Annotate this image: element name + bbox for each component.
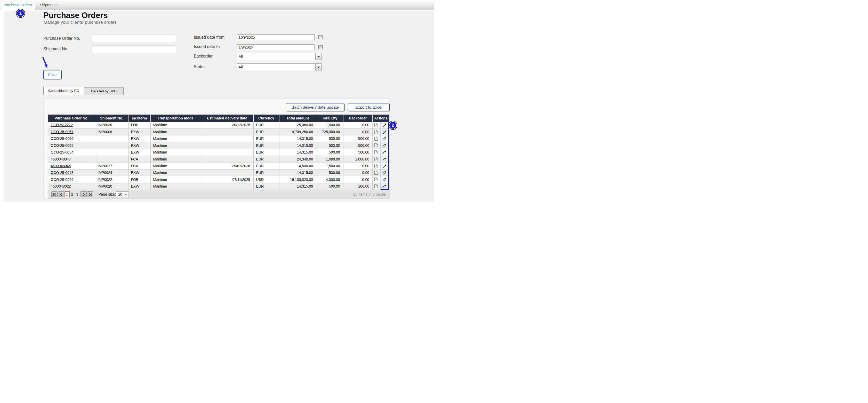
pager-first-button[interactable] [51,191,58,197]
column-header-7: Total amount [279,115,316,122]
cell-backorder: 0.00 [343,122,373,128]
page-size-label: Page size: [99,190,116,198]
tab-shipments[interactable]: Shipments [35,0,62,10]
cell-po-number: 4600048022 [48,183,95,190]
annotation-badge-2: 2 [389,121,397,129]
pdf-icon[interactable] [374,143,378,148]
app-tab-bar: Purchase Orders Shipments [0,0,434,10]
chevron-down-icon[interactable] [315,53,321,60]
cell-transportation-mode: Maritime [150,149,201,156]
pager-next-button[interactable] [81,191,87,197]
po-number-link[interactable]: 4600048045 [51,164,71,168]
po-number-link[interactable]: OCO-25-0054 [51,150,73,154]
column-header-9: Backorder [343,115,373,122]
page-size-select[interactable]: 10 [116,191,129,197]
batch-delivery-date-update-button[interactable]: Batch delivery date update [286,103,345,112]
cell-incoterm: EXW [128,183,150,190]
issued-date-from-input[interactable] [237,34,314,40]
tab-purchase-orders[interactable]: Purchase Orders [1,0,35,10]
cell-backorder: 0.00 [343,128,373,135]
backorder-select[interactable]: All [237,53,322,60]
cell-estimated-delivery-date [201,142,253,149]
pdf-icon[interactable] [374,123,378,127]
calendar-icon-to[interactable] [318,45,322,49]
cell-shipment-number: IMP0027 [95,162,128,169]
pdf-icon[interactable] [374,170,378,175]
po-number-link[interactable]: OCO-25-0048 [51,170,73,175]
calendar-icon-from[interactable] [318,35,322,39]
po-number-link[interactable]: 4600048047 [51,157,71,161]
cell-backorder: 0.00 [343,176,373,183]
cell-total-amount: 24,340.00 [279,156,316,162]
po-number-link[interactable]: OCO-25-0057 [51,130,73,134]
chevron-down-icon[interactable] [315,64,321,71]
pdf-icon[interactable] [374,184,378,189]
column-header-2: Shipment No. [95,115,128,122]
po-number-link[interactable]: OCO-W-2212 [51,123,73,127]
cell-total-qty: 500.00 [316,135,343,142]
view-tab-detailed[interactable]: Detailed by SKU [84,88,124,95]
cell-total-amount: 14,315.00 [279,169,316,176]
cell-currency: EUR [253,183,279,190]
pdf-icon[interactable] [374,136,378,141]
cell-currency: EUR [253,135,279,142]
cell-po-number: OCO-25-0054 [48,149,95,156]
cell-total-amount: 14,315.00 [279,183,316,190]
pdf-icon[interactable] [374,130,378,134]
table-row: 4600048045IMP0027FCAMaritime29/01/2026EU… [48,162,390,169]
cell-transportation-mode: Maritime [150,122,201,128]
pdf-icon[interactable] [374,164,378,168]
cell-incoterm: FCA [128,156,150,162]
cell-incoterm: EXW [128,149,150,156]
pager-last-button[interactable] [87,191,93,197]
cell-total-qty: 1,000.00 [316,156,343,162]
export-to-excel-button[interactable]: Export to Excel [348,103,390,112]
pager-summary: 25 items in 3 pages [353,190,386,198]
issued-date-to-label: Issued date to [194,44,220,49]
table-body: OCO-W-2212IMP0030FOBMaritime30/12/2025EU… [48,122,390,190]
po-number-link[interactable]: OCO-25-0046 [51,178,73,182]
cell-estimated-delivery-date [201,135,253,142]
pager-page-3[interactable]: 3 [76,191,79,197]
column-header-1: Purchase Order No. [48,115,95,122]
pdf-icon[interactable] [374,157,378,161]
issued-date-to-input[interactable] [237,44,314,50]
view-tab-consolidated[interactable]: Consolidated by PO [43,87,84,95]
cell-estimated-delivery-date [201,156,253,162]
cell-estimated-delivery-date [201,149,253,156]
cell-total-qty: 500.00 [316,142,343,149]
pdf-icon[interactable] [374,150,378,155]
annotation-arrow [39,54,52,72]
pager-bar: 1 2 3 Page size: 10 25 items in 3 pages [48,190,390,198]
cell-transportation-mode: Maritime [150,162,201,169]
cell-transportation-mode: Maritime [150,142,201,149]
po-number-link[interactable]: 4600048022 [51,184,71,188]
pager-prev-button[interactable] [58,191,64,197]
po-number-link[interactable]: OCO-25-0055 [51,144,73,148]
cell-total-amount: 4,500.00 [279,162,316,169]
status-select[interactable]: All [237,63,322,71]
cell-po-number: 4600048045 [48,162,95,169]
cell-total-amount: 14,315.00 [279,135,316,142]
cell-incoterm: FOB [128,176,150,183]
po-number-link[interactable]: OCO-25-0056 [51,136,73,141]
po-number-input[interactable] [92,35,176,42]
pager-page-2[interactable]: 2 [71,191,73,197]
cell-backorder: 500.00 [343,149,373,156]
shipment-number-label: Shipment No. [43,47,68,51]
cell-total-qty: 500.00 [316,169,343,176]
cell-backorder: 0.00 [343,169,373,176]
cell-po-number: OCO-W-2212 [48,122,95,128]
pager-page-1-current[interactable]: 1 [64,191,70,197]
cell-shipment-number [95,156,128,162]
shipment-number-input[interactable] [92,45,176,53]
cell-transportation-mode: Maritime [150,135,201,142]
annotation-badge-1: 1 [17,9,25,17]
table-row: OCO-25-0055EXWMaritimeEUR14,315.00500.00… [48,142,390,149]
cell-transportation-mode: Maritime [150,128,201,135]
pdf-icon[interactable] [374,177,378,182]
cell-estimated-delivery-date: 29/01/2026 [201,162,253,169]
cell-currency: USD [253,176,279,183]
cell-total-qty: 500.00 [316,149,343,156]
po-number-label: Purchase Order No. [43,36,80,41]
